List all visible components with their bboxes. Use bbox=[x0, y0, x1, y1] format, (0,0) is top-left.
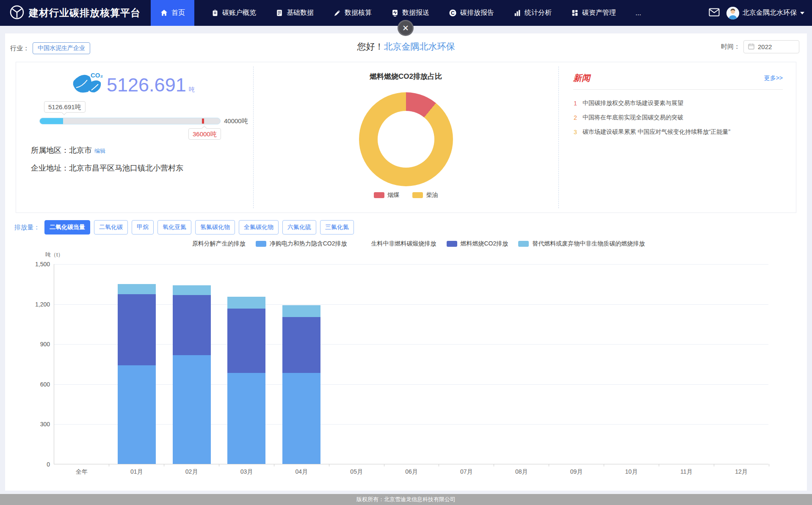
x-tick-label: 03月 bbox=[219, 468, 274, 476]
bar-segment bbox=[227, 309, 265, 373]
platform-logo-icon bbox=[9, 5, 25, 22]
bar-segment bbox=[118, 294, 156, 365]
x-tick-label: 09月 bbox=[549, 468, 604, 476]
chevron-down-icon bbox=[800, 12, 804, 14]
bar-stack-01月[interactable] bbox=[118, 284, 156, 464]
gas-tab-1[interactable]: 二氧化碳 bbox=[94, 220, 128, 235]
nav-item-0[interactable]: 首页 bbox=[151, 0, 194, 26]
bar-stack-02月[interactable] bbox=[173, 285, 211, 464]
stats-icon bbox=[514, 9, 521, 17]
bar-stack-04月[interactable] bbox=[282, 305, 320, 464]
nav-item-label: 首页 bbox=[171, 8, 185, 17]
y-tick-label: 300 bbox=[40, 421, 50, 428]
nav-item-3[interactable]: 数据核算 bbox=[331, 0, 374, 26]
legend-label: 净购电力和热力隐含CO2排放 bbox=[270, 240, 347, 248]
news-item-text: 碳市场建设硕果累累 中国应对气候变化持续释放“正能量” bbox=[583, 128, 730, 136]
news-item-number: 1 bbox=[573, 100, 577, 107]
calendar-icon bbox=[748, 43, 754, 51]
gas-tab-5[interactable]: 全氟碳化物 bbox=[239, 220, 279, 235]
news-title: 新闻 bbox=[573, 72, 590, 84]
nav-item-2[interactable]: 基础数据 bbox=[273, 0, 316, 26]
gas-tab-7[interactable]: 三氟化氮 bbox=[320, 220, 354, 235]
x-tick-label: 02月 bbox=[164, 468, 219, 476]
x-tick-label: 12月 bbox=[714, 468, 769, 476]
nav-item-1[interactable]: 碳账户概览 bbox=[209, 0, 259, 26]
y-tick-label: 1,200 bbox=[35, 301, 50, 308]
bar-legend-item[interactable]: 生料中非燃料碳煅烧排放 bbox=[357, 240, 436, 248]
nav-item-5[interactable]: C碳排放报告 bbox=[446, 0, 497, 26]
bar-segment bbox=[173, 285, 211, 295]
x-tick-label: 全年 bbox=[54, 468, 109, 476]
bar-legend-item[interactable]: 净购电力和热力隐含CO2排放 bbox=[256, 240, 347, 248]
news-more-link[interactable]: 更多>> bbox=[764, 75, 783, 82]
x-tick-mark bbox=[714, 464, 714, 466]
carbon-asset-icon bbox=[571, 9, 579, 17]
bar-legend-item[interactable]: 原料分解产生的排放 bbox=[178, 240, 246, 248]
account-overview-icon bbox=[211, 9, 219, 17]
emission-tabs-row: 排放量： 二氧化碳当量二氧化碳甲烷氧化亚氮氢氟碳化物全氟碳化物六氟化硫三氟化氮 bbox=[14, 220, 354, 235]
legend-label: 生料中非燃料碳煅烧排放 bbox=[371, 240, 436, 248]
bar-stack-03月[interactable] bbox=[227, 297, 265, 464]
nav-item-label: ... bbox=[635, 9, 641, 17]
greeting-prefix: 您好！ bbox=[357, 41, 384, 51]
divider bbox=[558, 66, 559, 208]
donut-hole bbox=[378, 111, 434, 168]
bar-legend-item[interactable]: 替代燃料或废弃物中非生物质碳的燃烧排放 bbox=[518, 240, 645, 248]
x-tick-label: 08月 bbox=[494, 468, 549, 476]
time-group: 时间： 2022 bbox=[721, 40, 799, 53]
monthly-emission-bar-chart[interactable]: 1,5001,2009006003000全年01月02月03月04月05月06月… bbox=[54, 264, 768, 464]
bar-chart-legend: 原料分解产生的排放净购电力和热力隐含CO2排放生料中非燃料碳煅烧排放燃料燃烧CO… bbox=[54, 240, 769, 248]
nav-item-8[interactable]: ... bbox=[633, 0, 644, 26]
gas-tab-3[interactable]: 氧化亚氮 bbox=[157, 220, 191, 235]
summary-card: CO₂ 5126.691 吨 5126.691吨 40000吨 36000吨 所… bbox=[16, 62, 796, 213]
x-tick-mark bbox=[549, 464, 549, 466]
donut-legend-item[interactable]: 柴油 bbox=[412, 191, 438, 199]
y-tick-label: 0 bbox=[47, 461, 50, 468]
gas-tab-4[interactable]: 氢氟碳化物 bbox=[195, 220, 235, 235]
nav-item-6[interactable]: 统计分析 bbox=[511, 0, 554, 26]
x-tick-mark bbox=[329, 464, 329, 466]
close-banner-button[interactable]: ✕ bbox=[398, 20, 414, 36]
edit-region-link[interactable]: 编辑 bbox=[94, 148, 105, 154]
gridline bbox=[54, 344, 768, 345]
mail-icon[interactable] bbox=[709, 8, 720, 18]
legend-label: 烟煤 bbox=[388, 191, 400, 199]
nav-item-7[interactable]: 碳资产管理 bbox=[569, 0, 619, 26]
co2-total-value: 5126.691 bbox=[107, 72, 186, 99]
nav-item-label: 统计分析 bbox=[525, 8, 552, 17]
current-emission-tooltip: 5126.691吨 bbox=[44, 101, 86, 113]
x-tick-label: 05月 bbox=[329, 468, 384, 476]
greeting: 您好！北京金隅北水环保 bbox=[5, 41, 807, 52]
news-item-1[interactable]: 1中国碳排放权交易市场建设要素与展望 bbox=[573, 96, 787, 110]
news-item-text: 中国碳排放权交易市场建设要素与展望 bbox=[583, 99, 683, 107]
legend-marker bbox=[447, 241, 457, 247]
bar-segment bbox=[173, 355, 211, 464]
news-item-2[interactable]: 2中国将在年底前实现全国碳交易的突破 bbox=[573, 110, 787, 125]
gridline bbox=[54, 304, 768, 305]
nav-item-label: 碳账户概览 bbox=[222, 8, 256, 17]
year-picker-input[interactable]: 2022 bbox=[743, 40, 799, 53]
region-label: 所属地区： bbox=[31, 146, 69, 155]
donut-legend: 烟煤柴油 bbox=[253, 191, 558, 199]
donut-chart-title: 燃料燃烧CO2排放占比 bbox=[253, 72, 558, 81]
progress-fill bbox=[40, 118, 63, 124]
divider bbox=[253, 66, 254, 208]
nav-item-label: 碳资产管理 bbox=[582, 8, 616, 17]
donut-legend-item[interactable]: 烟煤 bbox=[374, 191, 400, 199]
legend-label: 原料分解产生的排放 bbox=[192, 240, 246, 248]
region-value: 北京市 bbox=[69, 146, 92, 155]
legend-marker bbox=[256, 241, 266, 247]
gas-tab-2[interactable]: 甲烷 bbox=[132, 220, 154, 235]
gas-tab-6[interactable]: 六氟化硫 bbox=[282, 220, 316, 235]
x-tick-label: 11月 bbox=[659, 468, 714, 476]
footer: 版权所有：北京雪迪龙信息科技有限公司 bbox=[0, 494, 812, 505]
news-item-3[interactable]: 3碳市场建设硕果累累 中国应对气候变化持续释放“正能量” bbox=[573, 125, 787, 139]
bar-legend-item[interactable]: 燃料燃烧CO2排放 bbox=[447, 240, 508, 248]
user-menu[interactable]: 北京金隅北水环保 bbox=[726, 7, 804, 19]
news-item-text: 中国将在年底前实现全国碳交易的突破 bbox=[583, 114, 683, 121]
gas-tab-0[interactable]: 二氧化碳当量 bbox=[44, 220, 90, 235]
co2-total-unit: 吨 bbox=[189, 86, 195, 94]
legend-label: 柴油 bbox=[426, 191, 438, 199]
x-tick-mark bbox=[439, 464, 439, 466]
page: 建材行业碳排放核算平台 首页碳账户概览基础数据数据核算数据报送C碳排放报告统计分… bbox=[0, 0, 812, 505]
